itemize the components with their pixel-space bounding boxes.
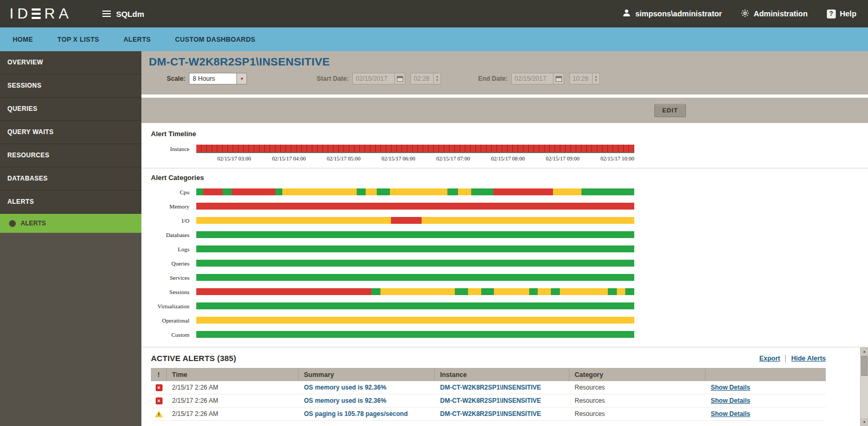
end-date-label: End Date: — [478, 75, 508, 82]
logo-letter: D — [17, 6, 28, 21]
toolbar-band: EDIT — [141, 98, 868, 123]
sidebar-item-query-waits[interactable]: QUERY WAITS — [0, 121, 141, 144]
bar-segment-g — [529, 288, 538, 295]
category-bar — [196, 302, 634, 309]
show-details-link[interactable]: Show Details — [711, 410, 750, 418]
bar-segment-r — [203, 188, 223, 195]
sidebar-item-queries[interactable]: QUERIES — [0, 98, 141, 121]
sidebar-subitem-alerts[interactable]: ALERTS — [0, 214, 141, 233]
category-bar — [196, 288, 634, 295]
topbar-right: simpsons\administrator Administration ? … — [622, 8, 856, 19]
nav-item-top-x-lists[interactable]: TOP X LISTS — [58, 36, 99, 43]
category-row-memory: Memory — [151, 199, 868, 213]
link-divider — [785, 355, 786, 362]
bar-segment-y — [538, 288, 551, 295]
scale-select[interactable]: 8 Hours ▼ — [189, 73, 247, 84]
bar-segment-y — [560, 288, 608, 295]
primary-nav: HOMETOP X LISTSALERTSCUSTOM DASHBOARDS — [0, 27, 868, 51]
axis-tick-label: 02/15/17 07:00 — [436, 156, 470, 162]
category-label: Sessions — [151, 289, 196, 295]
bar-segment-r — [196, 203, 634, 210]
sidebar-item-databases[interactable]: DATABASES — [0, 167, 141, 191]
time-cell: 2/15/17 2:26 AM — [167, 384, 299, 391]
bar-segment-y — [468, 288, 481, 295]
calendar-icon — [397, 76, 403, 82]
bar-segment-g — [196, 188, 203, 195]
sidebar-item-overview[interactable]: OVERVIEW — [0, 51, 141, 74]
end-date-input[interactable] — [511, 73, 554, 84]
page-title: DM-CT-W2K8R2SP1\INSENSITIVE — [149, 55, 868, 68]
bar-segment-r — [196, 288, 371, 295]
bar-segment-g — [196, 302, 634, 309]
alerts-table: !TimeSummaryInstanceCategory ×2/15/17 2:… — [151, 368, 826, 421]
bar-segment-g — [447, 188, 459, 195]
nav-item-custom-dashboards[interactable]: CUSTOM DASHBOARDS — [175, 36, 255, 43]
edit-button[interactable]: EDIT — [654, 104, 686, 117]
category-row-sessions: Sessions — [151, 285, 868, 299]
column-header-details: ! — [151, 368, 167, 381]
product-name: SQLdm — [116, 10, 144, 18]
category-label: Memory — [151, 203, 196, 210]
chevron-down-icon: ▼ — [236, 73, 246, 84]
bullet-icon — [9, 220, 16, 227]
category-bar — [196, 274, 634, 281]
nav-item-home[interactable]: HOME — [13, 36, 33, 43]
alert-categories-panel: Alert Categories CpuMemoryI/ODatabasesLo… — [141, 168, 868, 347]
column-header-instance: Instance — [435, 368, 569, 381]
alert-categories-title: Alert Categories — [151, 174, 868, 182]
show-details-link[interactable]: Show Details — [711, 384, 750, 391]
category-bar — [196, 217, 634, 224]
hide-alerts-link[interactable]: Hide Alerts — [791, 355, 826, 362]
time-cell: 2/15/17 2:26 AM — [167, 410, 299, 418]
bar-segment-y — [196, 317, 634, 324]
end-calendar-button[interactable] — [554, 73, 564, 84]
sidebar-subitem-label: ALERTS — [21, 220, 46, 227]
time-controls: Scale: 8 Hours ▼ Start Date: ▲▼ End Date… — [149, 73, 868, 84]
user-menu[interactable]: simpsons\administrator — [622, 8, 722, 19]
start-time-stepper[interactable]: ▲▼ — [434, 73, 441, 84]
alert-timeline-panel: Alert Timeline Instance 02/15/17 03:0002… — [141, 123, 868, 168]
details-cell: Show Details — [705, 384, 826, 391]
sidebar-item-alerts[interactable]: ALERTS — [0, 191, 141, 214]
show-details-link[interactable]: Show Details — [711, 397, 750, 404]
bar-segment-g — [196, 331, 634, 338]
main-content: DM-CT-W2K8R2SP1\INSENSITIVE Scale: 8 Hou… — [141, 51, 868, 426]
bar-segment-g — [196, 274, 634, 281]
bar-segment-g — [371, 288, 380, 295]
administration-menu[interactable]: Administration — [741, 9, 807, 19]
user-icon — [622, 8, 631, 19]
menu-icon[interactable] — [102, 11, 111, 17]
help-menu[interactable]: ? Help — [827, 10, 856, 18]
category-label: Services — [151, 274, 196, 281]
scrollbar-track[interactable] — [861, 376, 868, 418]
timeline-row-label: Instance — [151, 146, 196, 152]
instance-cell: DM-CT-W2K8R2SP1\INSENSITIVE — [435, 397, 569, 404]
end-time-stepper[interactable]: ▲▼ — [593, 73, 600, 84]
timeline-bar[interactable] — [196, 145, 634, 153]
sidebar-item-resources[interactable]: RESOURCES — [0, 144, 141, 167]
start-date-input[interactable] — [352, 73, 395, 84]
scroll-down-icon[interactable]: ▼ — [861, 418, 868, 426]
critical-icon: × — [156, 397, 163, 404]
scrollbar-thumb[interactable] — [861, 356, 867, 376]
category-bar — [196, 245, 634, 252]
category-cell: Resources — [569, 410, 705, 418]
category-row-queries: Queries — [151, 256, 868, 270]
vertical-scrollbar[interactable]: ▲ ▼ — [860, 347, 868, 426]
nav-item-alerts[interactable]: ALERTS — [123, 36, 151, 43]
axis-tick-label: 02/15/17 04:00 — [272, 156, 306, 162]
start-time-input[interactable] — [411, 73, 434, 84]
timeline-axis: 02/15/17 03:0002/15/17 04:0002/15/17 05:… — [203, 153, 641, 164]
column-header-category: Category — [569, 368, 705, 381]
scroll-up-icon[interactable]: ▲ — [861, 347, 868, 355]
sidebar-item-sessions[interactable]: SESSIONS — [0, 74, 141, 98]
calendar-icon — [556, 76, 562, 82]
export-link[interactable]: Export — [759, 355, 780, 362]
start-calendar-button[interactable] — [395, 73, 405, 84]
category-row-services: Services — [151, 270, 868, 285]
category-bar — [196, 203, 634, 210]
end-time-input[interactable] — [569, 73, 593, 84]
table-row: !2/15/17 2:26 AMOS paging is 105.78 page… — [151, 408, 826, 421]
table-row: ×2/15/17 2:26 AMOS memory used is 92.36%… — [151, 381, 826, 394]
start-date-group: Start Date: ▲▼ — [317, 73, 441, 84]
